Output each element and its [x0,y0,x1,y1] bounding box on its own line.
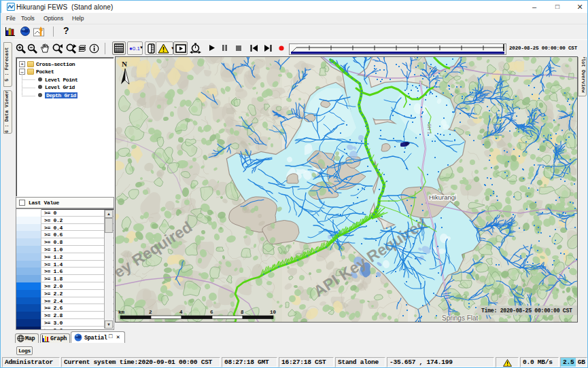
svg-text:km: km [118,310,125,315]
svg-text:Time: 2020-08-25 00:00:00 CST: Time: 2020-08-25 00:00:00 CST [481,308,572,314]
svg-text:4: 4 [179,310,183,315]
svg-text:2: 2 [149,310,152,315]
svg-text:Springs Flat: Springs Flat [442,314,479,322]
svg-text:6: 6 [210,310,213,315]
svg-text:10: 10 [270,310,277,315]
svg-text:N: N [122,60,127,68]
svg-text:Hikurangi: Hikurangi [429,194,456,201]
svg-text:SH 1: SH 1 [427,124,432,134]
svg-text:8: 8 [241,310,244,315]
